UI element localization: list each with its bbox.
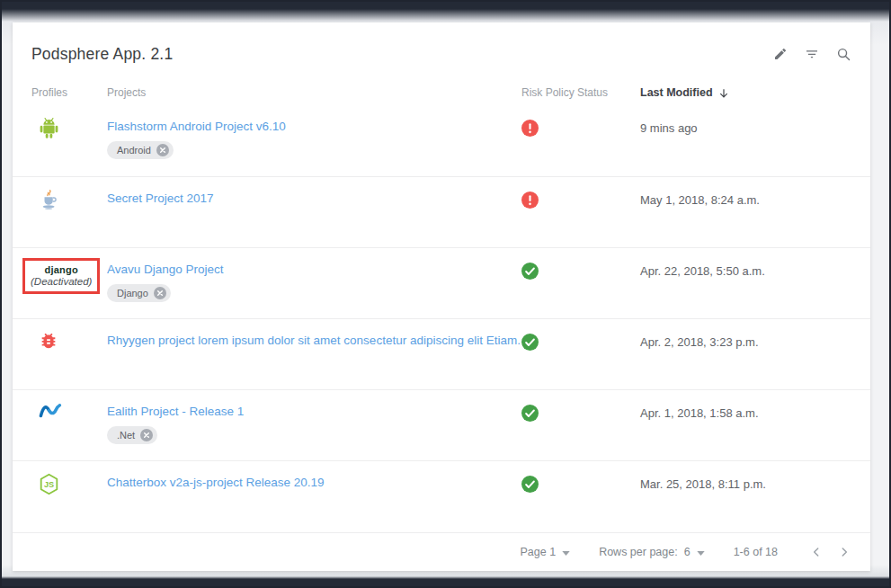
project-link[interactable]: Chatterbox v2a-js-project Release 20.19: [107, 476, 521, 489]
tag-label: Django: [117, 288, 148, 298]
chevron-down-icon: [562, 551, 570, 556]
sort-descending-icon[interactable]: [717, 87, 730, 100]
tag-label: .Net: [117, 430, 135, 441]
rows-per-page-label: Rows per page:: [599, 546, 678, 558]
table-body: Flashstorm Android Project v6.10 Android…: [13, 105, 870, 532]
android-icon: [39, 117, 59, 139]
nodejs-icon: JS: [39, 473, 59, 495]
project-link[interactable]: Secret Project 2017: [107, 192, 521, 205]
modified-cell: May 1, 2018, 8:24 a.m.: [640, 177, 851, 247]
status-cell: [521, 177, 640, 247]
dotnet-icon: [39, 402, 63, 419]
project-link[interactable]: Ealith Project - Release 1: [107, 405, 521, 418]
tag-chip: Django: [107, 284, 171, 302]
page-nav: [810, 546, 851, 558]
profile-cell: [31, 177, 107, 247]
project-cell: Avavu Django Project Django: [107, 248, 521, 318]
column-header-profiles: Profiles: [31, 86, 107, 99]
tag-remove-icon[interactable]: [140, 429, 153, 441]
project-cell: Rhyygen project lorem ipsum dolor sit am…: [107, 319, 521, 389]
modified-cell: Apr. 22, 2018, 5:50 a.m.: [640, 248, 851, 318]
risk-ok-icon: [521, 405, 539, 422]
app-window: Podsphere App. 2.1 Profiles Projects Ris…: [0, 0, 891, 588]
svg-text:JS: JS: [44, 480, 54, 489]
deactivated-label: (Deactivated): [31, 276, 92, 287]
risk-ok-icon: [521, 334, 539, 351]
bug-icon: [39, 331, 58, 351]
column-header-last-modified[interactable]: Last Modified: [640, 86, 851, 100]
modified-cell: 9 mins ago: [640, 105, 851, 176]
rows-per-page-select[interactable]: Rows per page: 6: [599, 546, 705, 558]
django-deactivated-box: django (Deactivated): [22, 258, 100, 294]
risk-ok-icon: [521, 263, 539, 280]
page-select[interactable]: Page 1: [521, 546, 571, 558]
project-cell: Flashstorm Android Project v6.10 Android: [107, 105, 521, 176]
profile-cell: django (Deactivated): [31, 248, 107, 318]
row-range-label: 1-6 of 18: [734, 546, 778, 558]
tag-chip: Android: [107, 141, 174, 159]
profile-cell: JS: [31, 461, 107, 531]
modified-cell: Apr. 1, 2018, 1:58 a.m.: [640, 390, 851, 460]
status-cell: [521, 461, 640, 531]
risk-ok-icon: [521, 476, 539, 493]
table-row: JS Chatterbox v2a-js-project Release 20.…: [13, 460, 870, 531]
status-cell: [521, 105, 640, 176]
project-cell: Ealith Project - Release 1 .Net: [107, 390, 521, 460]
status-cell: [521, 390, 640, 460]
toolbar: [771, 45, 852, 63]
project-link[interactable]: Rhyygen project lorem ipsum dolor sit am…: [107, 334, 521, 347]
profile-cell: [31, 390, 107, 460]
risk-alert-icon: [521, 192, 539, 209]
last-modified-label: Last Modified: [640, 86, 713, 99]
edit-icon[interactable]: [771, 45, 789, 63]
table-row: Ealith Project - Release 1 .Net Apr. 1, …: [13, 389, 870, 460]
pagination-bar: Page 1 Rows per page: 6 1-6 of 18: [13, 532, 870, 571]
search-icon[interactable]: [834, 45, 852, 63]
projects-card: Podsphere App. 2.1 Profiles Projects Ris…: [13, 22, 870, 571]
modified-cell: Mar. 25, 2018, 8:11 p.m.: [640, 461, 851, 531]
chevron-down-icon: [697, 551, 705, 556]
filter-icon[interactable]: [803, 45, 821, 63]
profile-cell: [31, 319, 107, 389]
status-cell: [521, 248, 640, 318]
tag-remove-icon[interactable]: [154, 287, 166, 299]
table-header: Profiles Projects Risk Policy Status Las…: [13, 80, 870, 105]
project-cell: Chatterbox v2a-js-project Release 20.19: [107, 461, 521, 531]
profile-cell: [31, 105, 107, 176]
modified-cell: Apr. 2, 2018, 3:23 p.m.: [640, 319, 851, 389]
previous-page-button[interactable]: [810, 546, 823, 558]
risk-alert-icon: [521, 120, 539, 137]
project-link[interactable]: Flashstorm Android Project v6.10: [107, 120, 521, 133]
table-row: django (Deactivated) Avavu Django Projec…: [13, 247, 870, 318]
django-logo-text: django: [31, 264, 92, 275]
table-row: Secret Project 2017 May 1, 2018, 8:24 a.…: [13, 176, 870, 247]
java-icon: [39, 189, 59, 211]
page-title: Podsphere App. 2.1: [31, 45, 173, 64]
rows-per-page-value: 6: [684, 546, 691, 558]
tag-remove-icon[interactable]: [156, 144, 169, 156]
project-link[interactable]: Avavu Django Project: [107, 263, 521, 276]
page-select-label: Page 1: [521, 546, 557, 558]
table-row: Flashstorm Android Project v6.10 Android…: [13, 105, 870, 176]
tag-label: Android: [117, 145, 151, 156]
next-page-button[interactable]: [838, 546, 851, 558]
table-row: Rhyygen project lorem ipsum dolor sit am…: [13, 318, 870, 389]
tag-chip: .Net: [107, 426, 157, 444]
status-cell: [521, 319, 640, 389]
card-header: Podsphere App. 2.1: [13, 22, 870, 80]
project-cell: Secret Project 2017: [107, 177, 521, 247]
column-header-projects: Projects: [107, 86, 521, 99]
column-header-risk-policy-status: Risk Policy Status: [521, 86, 640, 99]
